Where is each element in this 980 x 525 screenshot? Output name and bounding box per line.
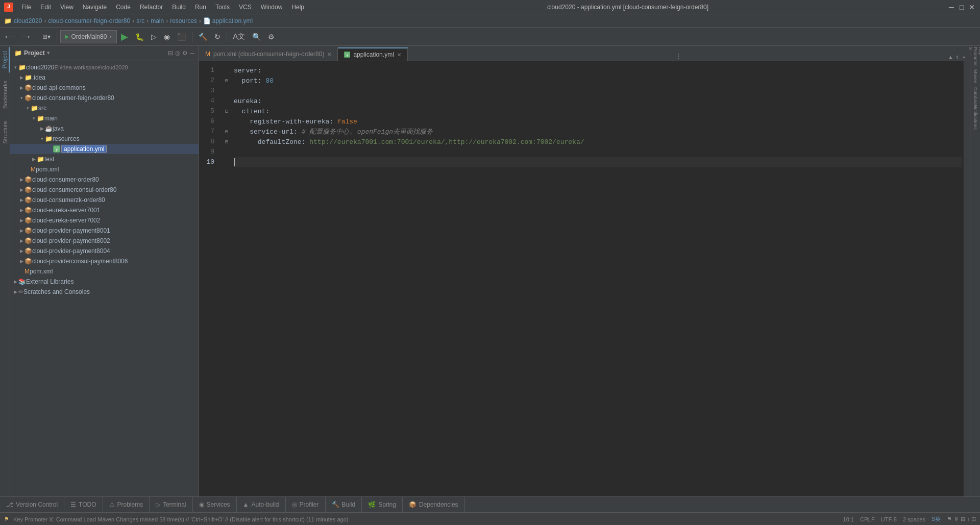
- tree-item-api-commons[interactable]: ▶ 📦 cloud-api-commons: [10, 83, 199, 93]
- tab-pom-xml[interactable]: M pom.xml (cloud-consumer-feign-order80)…: [199, 47, 338, 61]
- tab-yml-close[interactable]: ✕: [397, 52, 401, 58]
- status-encoding[interactable]: UTF-8: [881, 516, 897, 522]
- tree-item-payment8001[interactable]: ▶ 📦 cloud-provider-payment8001: [10, 226, 199, 236]
- tab-bar: M pom.xml (cloud-consumer-feign-order80)…: [199, 46, 970, 61]
- breadcrumb-module[interactable]: cloud-consumer-feign-order80: [48, 17, 130, 24]
- menu-refactor[interactable]: Refactor: [136, 3, 167, 12]
- tree-item-main[interactable]: ▾ 📁 main: [10, 113, 199, 123]
- menu-file[interactable]: File: [17, 3, 35, 12]
- key-promoter-tab[interactable]: Key Promoter X: [971, 46, 979, 66]
- maven-tab[interactable]: Maven: [971, 66, 979, 87]
- tree-arrow-consumerzk: ▶: [18, 197, 24, 203]
- code-editor[interactable]: server: port: 80 eureka: client: registe…: [232, 61, 964, 496]
- tree-item-eureka7002[interactable]: ▶ 📦 cloud-eureka-server7002: [10, 215, 199, 226]
- editor-content[interactable]: 1 2 3 4 5 6 7 8 9 10 ⊟ ⊟ ⊟ ⊟: [199, 61, 970, 496]
- tree-item-payment8004[interactable]: ▶ 📦 cloud-provider-payment8004: [10, 246, 199, 256]
- database-tab[interactable]: Database: [971, 87, 979, 107]
- gutter-2: ⊟: [222, 76, 232, 86]
- bottom-tab-profiler[interactable]: ◎ Profiler: [286, 496, 326, 513]
- bottom-tab-services[interactable]: ◉ Services: [193, 496, 237, 513]
- tree-item-pom-feign[interactable]: ▶ M pom.xml: [10, 164, 199, 174]
- minimize-button[interactable]: ─: [947, 3, 955, 11]
- toolbar-back-button[interactable]: ⟵: [2, 30, 17, 43]
- breadcrumb-src[interactable]: src: [136, 17, 144, 24]
- tree-item-providerconsul8006[interactable]: ▶ 📦 cloud-providerconsul-payment8006: [10, 256, 199, 266]
- debug-button[interactable]: 🐛: [132, 30, 147, 43]
- bottom-tab-problems[interactable]: ⚠ Problems: [103, 496, 150, 513]
- tree-item-external-libs[interactable]: ▶ 📚 External Libraries: [10, 277, 199, 287]
- menu-code[interactable]: Code: [112, 3, 135, 12]
- menu-build[interactable]: Build: [168, 3, 190, 12]
- breadcrumb-cloud2020[interactable]: cloud2020: [14, 17, 42, 24]
- tree-item-feign-order80[interactable]: ▾ 📦 cloud-consumer-feign-order80: [10, 93, 199, 103]
- menu-tools[interactable]: Tools: [211, 3, 234, 12]
- translate-button[interactable]: A文: [230, 30, 248, 43]
- bottom-tab-todo[interactable]: ☰ TODO: [64, 496, 103, 513]
- stop-button[interactable]: ⬛: [174, 30, 189, 43]
- structure-sidebar-tab[interactable]: Structure: [1, 117, 9, 148]
- panel-settings-button[interactable]: ⚙: [182, 49, 188, 57]
- tree-item-test[interactable]: ▶ 📁 test: [10, 154, 199, 164]
- status-cursor[interactable]: 10:1: [843, 516, 854, 522]
- bottom-tab-terminal[interactable]: ▷ Terminal: [150, 496, 192, 513]
- tree-item-consumerzk[interactable]: ▶ 📦 cloud-consumerzk-order80: [10, 195, 199, 205]
- breadcrumb-resources[interactable]: resources: [170, 17, 197, 24]
- collapse-all-button[interactable]: ⊟: [168, 49, 173, 57]
- tree-item-root-pom[interactable]: ▶ M pom.xml: [10, 266, 199, 277]
- run-with-coverage[interactable]: ▷: [148, 30, 160, 43]
- menu-run[interactable]: Run: [191, 3, 210, 12]
- run-button[interactable]: ▶: [118, 30, 131, 43]
- panel-dropdown-arrow[interactable]: ▾: [47, 50, 50, 56]
- notifications-tab[interactable]: Notifications: [971, 107, 979, 128]
- status-indent[interactable]: 2 spaces: [903, 516, 925, 522]
- tree-item-application-yml[interactable]: ▶ y application.yml: [10, 144, 199, 154]
- search-everywhere[interactable]: 🔍: [249, 30, 264, 43]
- build-project[interactable]: 🔨: [195, 30, 210, 43]
- tree-arrow-payment8004: ▶: [18, 248, 24, 254]
- menu-help[interactable]: Help: [287, 3, 308, 12]
- profile-button[interactable]: ◉: [161, 30, 173, 43]
- toolbar-recent-files[interactable]: ⊞▾: [39, 30, 54, 43]
- bottom-tab-auto-build[interactable]: ▲ Auto-build: [237, 496, 286, 513]
- bottom-tab-dependencies[interactable]: 📦 Dependencies: [403, 496, 465, 513]
- settings-button[interactable]: ⚙: [265, 30, 278, 43]
- tree-item-eureka7001[interactable]: ▶ 📦 cloud-eureka-server7001: [10, 205, 199, 215]
- status-line-sep[interactable]: CRLF: [860, 516, 875, 522]
- toolbar-forward-button[interactable]: ⟶: [18, 30, 33, 43]
- tab-more-button[interactable]: ⋮: [671, 52, 686, 61]
- bottom-tab-build[interactable]: 🔨 Build: [326, 496, 362, 513]
- menu-vcs[interactable]: VCS: [235, 3, 256, 12]
- tree-label-cloud2020: cloud2020: [26, 64, 54, 71]
- menu-window[interactable]: Window: [257, 3, 287, 12]
- tree-label-resources: resources: [53, 135, 80, 142]
- breadcrumb-main[interactable]: main: [151, 17, 164, 24]
- run-config-dropdown[interactable]: ▶ OrderMain80 ▾: [60, 30, 117, 43]
- tree-item-consumer-order80[interactable]: ▶ 📦 cloud-consumer-order80: [10, 174, 199, 185]
- menu-navigate[interactable]: Navigate: [79, 3, 111, 12]
- gutter-9: [222, 147, 232, 157]
- tree-item-java[interactable]: ▶ ☕ java: [10, 123, 199, 134]
- project-sidebar-tab[interactable]: Project: [1, 47, 10, 72]
- tree-item-src[interactable]: ▾ 📁 src: [10, 103, 199, 113]
- menu-edit[interactable]: Edit: [36, 3, 55, 12]
- locate-file-button[interactable]: ◎: [175, 49, 180, 57]
- tree-item-payment8002[interactable]: ▶ 📦 cloud-provider-payment8002: [10, 236, 199, 246]
- bottom-tab-spring[interactable]: 🌿 Spring: [362, 496, 403, 513]
- tree-item-cloud2020[interactable]: ▾ 📁 cloud2020 E:\idea-workspace\cloud202…: [10, 62, 199, 72]
- tab-application-yml[interactable]: y application.yml ✕: [338, 47, 407, 61]
- maximize-button[interactable]: □: [958, 3, 966, 11]
- panel-close-button[interactable]: ─: [190, 49, 194, 57]
- tree-item-resources[interactable]: ▾ 📁 resources: [10, 134, 199, 144]
- sync-button[interactable]: ↻: [211, 30, 224, 43]
- bookmarks-sidebar-tab[interactable]: Bookmarks: [1, 77, 9, 113]
- close-button[interactable]: ✕: [968, 3, 976, 11]
- tab-pom-close[interactable]: ✕: [327, 52, 331, 57]
- tree-item-idea[interactable]: ▶ 📁 .idea: [10, 72, 199, 83]
- line-num-9: 9: [199, 147, 217, 157]
- tree-item-scratches[interactable]: ▶ ✏ Scratches and Consoles: [10, 287, 199, 297]
- menu-view[interactable]: View: [56, 3, 78, 12]
- tree-label-pom-feign: pom.xml: [36, 166, 59, 173]
- breadcrumb-file[interactable]: application.yml: [212, 17, 253, 24]
- tree-item-consumerconsul80[interactable]: ▶ 📦 cloud-consumerconsul-order80: [10, 185, 199, 195]
- bottom-tab-version-control[interactable]: ⎇ Version Control: [0, 496, 64, 513]
